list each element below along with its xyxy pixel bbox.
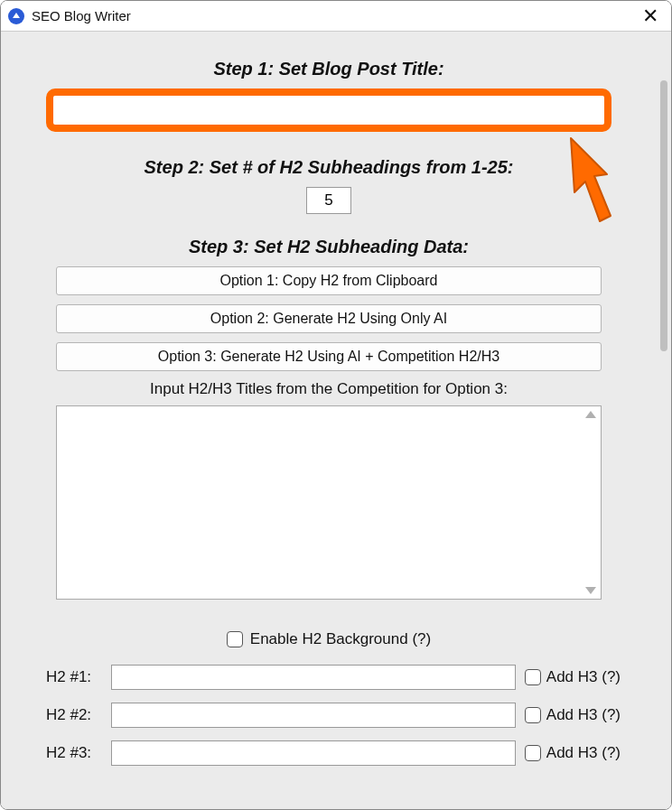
enable-h2-bg-checkbox[interactable] xyxy=(227,631,243,647)
competition-textarea-wrap xyxy=(56,405,602,603)
add-h3-label: Add H3 (?) xyxy=(546,668,621,686)
add-h3-checkbox[interactable] xyxy=(525,707,541,723)
add-h3-toggle-2[interactable]: Add H3 (?) xyxy=(525,706,621,724)
blog-title-input[interactable] xyxy=(57,99,601,121)
option1-button[interactable]: Option 1: Copy H2 from Clipboard xyxy=(56,266,602,295)
close-button[interactable]: ✕ xyxy=(639,6,662,26)
window-scrollbar[interactable] xyxy=(660,80,667,351)
competition-textarea[interactable] xyxy=(56,405,602,600)
competition-input-label: Input H2/H3 Titles from the Competition … xyxy=(19,380,639,398)
textarea-scroll-down-icon[interactable] xyxy=(585,587,596,594)
step3-heading: Step 3: Set H2 Subheading Data: xyxy=(19,237,639,257)
titlebar: SEO Blog Writer ✕ xyxy=(1,1,671,32)
client-area: Step 1: Set Blog Post Title: Step 2: Set… xyxy=(1,32,671,809)
app-icon xyxy=(8,8,24,24)
window-scrollbar-thumb[interactable] xyxy=(660,80,667,351)
h2-input-3[interactable] xyxy=(111,740,516,766)
enable-h2-bg-row[interactable]: Enable H2 Background (?) xyxy=(19,630,639,648)
window-title: SEO Blog Writer xyxy=(32,8,639,23)
h2-row: H2 #2: Add H3 (?) xyxy=(46,703,621,728)
h2-count-input[interactable] xyxy=(306,187,351,214)
add-h3-checkbox[interactable] xyxy=(525,745,541,761)
h2-row-label: H2 #3: xyxy=(46,744,102,762)
add-h3-toggle-1[interactable]: Add H3 (?) xyxy=(525,668,621,686)
add-h3-checkbox[interactable] xyxy=(525,669,541,685)
step2-heading: Step 2: Set # of H2 Subheadings from 1-2… xyxy=(19,157,639,178)
add-h3-label: Add H3 (?) xyxy=(546,744,621,762)
option2-button[interactable]: Option 2: Generate H2 Using Only AI xyxy=(56,304,602,333)
enable-h2-bg-label: Enable H2 Background (?) xyxy=(250,630,431,648)
option3-button[interactable]: Option 3: Generate H2 Using AI + Competi… xyxy=(56,342,602,371)
h2-row: H2 #1: Add H3 (?) xyxy=(46,665,621,690)
h2-row-label: H2 #2: xyxy=(46,706,102,724)
h2-input-2[interactable] xyxy=(111,703,516,728)
add-h3-label: Add H3 (?) xyxy=(546,706,621,724)
app-window: SEO Blog Writer ✕ Step 1: Set Blog Post … xyxy=(0,0,672,810)
h2-input-1[interactable] xyxy=(111,665,516,690)
h2-row: H2 #3: Add H3 (?) xyxy=(46,740,621,766)
title-input-highlight xyxy=(46,88,611,132)
content-scroll[interactable]: Step 1: Set Blog Post Title: Step 2: Set… xyxy=(1,32,657,809)
step1-heading: Step 1: Set Blog Post Title: xyxy=(19,59,639,79)
textarea-scroll-up-icon[interactable] xyxy=(585,411,596,418)
add-h3-toggle-3[interactable]: Add H3 (?) xyxy=(525,744,621,762)
h2-row-label: H2 #1: xyxy=(46,668,102,686)
